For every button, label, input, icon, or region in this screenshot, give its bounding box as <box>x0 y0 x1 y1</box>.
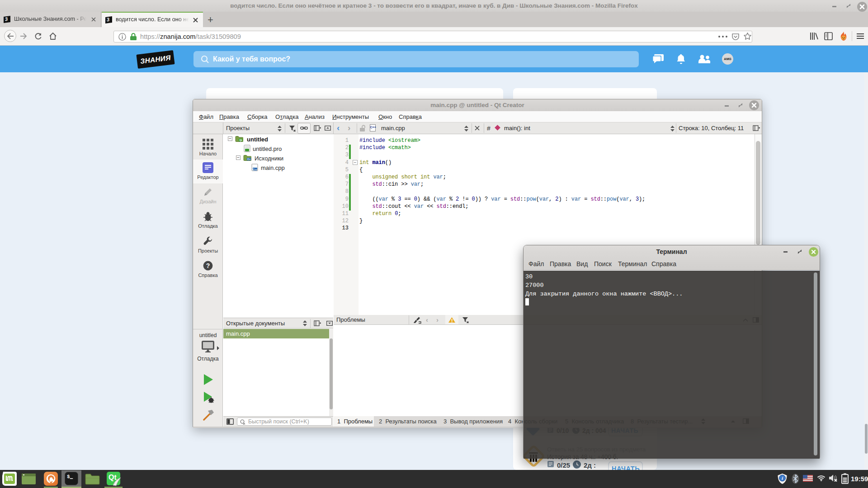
svg-text:Qt: Qt <box>239 139 242 141</box>
svg-text:C+: C+ <box>247 158 250 160</box>
svg-text:C++: C++ <box>253 168 257 171</box>
svg-text:?: ? <box>206 262 210 269</box>
